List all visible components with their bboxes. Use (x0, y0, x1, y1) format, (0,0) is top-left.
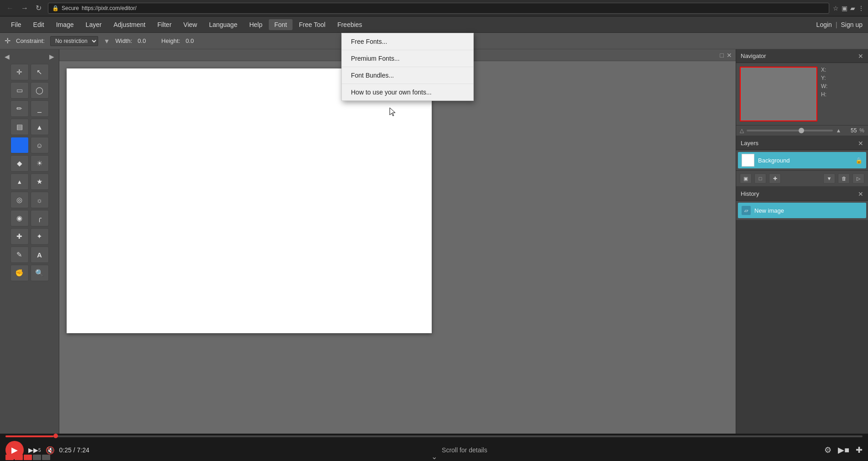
progress-thumb (53, 434, 58, 438)
refresh-button[interactable]: ↻ (33, 3, 44, 13)
constraint-select[interactable]: No restriction (50, 36, 98, 46)
menu-font[interactable]: Font (269, 19, 293, 30)
tool-row-5: ☺ (2, 137, 57, 153)
eraser-tool-btn[interactable]: ▤ (10, 119, 29, 135)
toolbox-prev-btn[interactable]: ◀ (4, 52, 10, 61)
extension-icon-1[interactable]: ▣ (842, 5, 847, 12)
foreground-color-btn[interactable] (10, 137, 29, 153)
progress-bar[interactable] (5, 435, 863, 437)
menu-bar: File Edit Image Layer Adjustment Filter … (0, 16, 868, 33)
delete-layer-btn[interactable]: 🗑 (838, 173, 850, 183)
mute-btn[interactable]: 🔇 (46, 446, 55, 455)
coord-w-row: W: (821, 83, 832, 89)
history-close-btn[interactable]: ✕ (858, 190, 863, 198)
back-button[interactable]: ← (4, 3, 16, 13)
zoom-in-icon[interactable]: ▲ (836, 127, 841, 134)
new-layer-btn[interactable]: ✚ (769, 173, 781, 183)
color-replace-btn[interactable]: ★ (31, 173, 49, 190)
text-tool-btn[interactable]: A (31, 246, 49, 263)
tool-row-3: ✏ ⎯ (2, 100, 57, 117)
lasso-tool-btn[interactable]: ◯ (31, 82, 49, 99)
toolbox-nav: ◀ ▶ (2, 51, 57, 62)
fill-tool-btn[interactable]: ▲ (31, 119, 49, 135)
merge-layer-btn[interactable]: ▼ (823, 173, 835, 183)
move-tool-btn[interactable]: ✛ (10, 64, 29, 80)
extra-layer-btn[interactable]: ▷ (852, 173, 864, 183)
fullscreen-btn[interactable]: ✚ (856, 445, 863, 455)
address-bar[interactable]: 🔒 Secure https://pixlr.com/editor/ (48, 3, 829, 14)
signup-button[interactable]: Sign up (841, 21, 863, 28)
thumb-block-2 (15, 455, 23, 460)
scroll-hint: Scroll for details (110, 446, 820, 454)
thumb-block-1 (5, 455, 14, 460)
blur-tool-btn[interactable]: ◎ (10, 192, 29, 208)
menu-free-tool[interactable]: Free Tool (293, 19, 331, 30)
canvas[interactable] (67, 68, 432, 333)
zoom-percent: % (859, 127, 864, 134)
menu-icon[interactable]: ⋮ (858, 5, 864, 12)
skip-forward-btn[interactable]: ▶▶5 (28, 446, 41, 454)
bookmark-icon[interactable]: ☆ (833, 5, 839, 12)
login-button[interactable]: Login (816, 21, 832, 28)
healing-tool-btn[interactable]: ☀ (31, 155, 49, 172)
target-tool-btn[interactable]: ✚ (10, 228, 29, 245)
menu-file[interactable]: File (5, 19, 27, 30)
blur-icon: ◎ (16, 196, 22, 204)
menu-edit[interactable]: Edit (28, 19, 50, 30)
menu-freebies[interactable]: Freebies (332, 19, 367, 30)
red-eye-btn[interactable]: ◉ (10, 210, 29, 226)
transform-tool-btn[interactable]: ✦ (31, 228, 49, 245)
zoom-tool-btn[interactable]: 🔍 (31, 265, 49, 281)
layer-name: Background (758, 157, 852, 164)
right-panels: Navigator ✕ X: Y: W: (736, 49, 868, 434)
dodge-tool-btn[interactable]: ☼ (31, 192, 49, 208)
hand-tool-btn[interactable]: ✊ (10, 265, 29, 281)
font-menu-own-fonts[interactable]: How to use your own fonts... (342, 84, 473, 100)
menu-view[interactable]: View (178, 19, 203, 30)
forward-button[interactable]: → (18, 3, 31, 13)
font-menu-free-fonts[interactable]: Free Fonts... (342, 33, 473, 50)
pencil-tool-btn[interactable]: ✏ (10, 100, 29, 117)
navigator-close-btn[interactable]: ✕ (858, 52, 863, 60)
brush-tool-btn[interactable]: ⎯ (31, 100, 49, 117)
menu-adjustment[interactable]: Adjustment (108, 19, 151, 30)
extension-icon-2[interactable]: ▰ (850, 5, 855, 12)
adjustment-layer-btn[interactable]: □ (754, 173, 766, 183)
coord-h-row: H: (821, 91, 832, 98)
canvas-wrapper[interactable] (59, 61, 736, 434)
history-item[interactable]: ▱ New image (738, 203, 866, 218)
arrange-tool-btn[interactable]: ↖ (31, 64, 49, 80)
gradient-tool-btn[interactable]: ◆ (10, 155, 29, 172)
menu-layer[interactable]: Layer (80, 19, 107, 30)
font-menu-premium-fonts[interactable]: Premium Fonts... (342, 50, 473, 67)
close-canvas-btn[interactable]: ✕ (727, 52, 732, 59)
zoom-out-icon[interactable]: △ (740, 127, 744, 134)
tool-row-7: ▴ ★ (2, 173, 57, 190)
current-time: 0:25 (59, 446, 72, 454)
maximize-canvas-btn[interactable]: □ (720, 52, 724, 59)
navigator-content: X: Y: W: H: (736, 63, 868, 125)
tool-row-9: ◉ ╭ (2, 210, 57, 226)
browser-nav-buttons: ← → ↻ (4, 3, 44, 13)
settings-btn[interactable]: ⚙ (824, 445, 831, 455)
extra-layer-icon: ▷ (857, 176, 860, 182)
layer-item[interactable]: Background 🔒 (738, 152, 866, 168)
layers-close-btn[interactable]: ✕ (858, 140, 863, 147)
zoom-slider[interactable] (747, 130, 833, 131)
marquee-tool-btn[interactable]: ▭ (10, 82, 29, 99)
delete-layer-icon: 🗑 (842, 176, 847, 181)
toolbox-next-btn[interactable]: ▶ (48, 52, 55, 61)
liquify-tool-btn[interactable]: ╭ (31, 210, 49, 226)
menu-help[interactable]: Help (244, 19, 268, 30)
font-menu-font-bundles[interactable]: Font Bundles... (342, 67, 473, 84)
menu-filter[interactable]: Filter (152, 19, 177, 30)
new-group-btn[interactable]: ▣ (740, 173, 752, 183)
stamp-tool-btn[interactable]: ☺ (31, 137, 49, 153)
cast-btn[interactable]: ▶■ (838, 445, 849, 455)
menu-image[interactable]: Image (51, 19, 79, 30)
tool-row-8: ◎ ☼ (2, 192, 57, 208)
coord-y-row: Y: (821, 75, 832, 81)
pen-tool-btn[interactable]: ✎ (10, 246, 29, 263)
menu-language[interactable]: Language (204, 19, 243, 30)
dropper-tool-btn[interactable]: ▴ (10, 173, 29, 190)
